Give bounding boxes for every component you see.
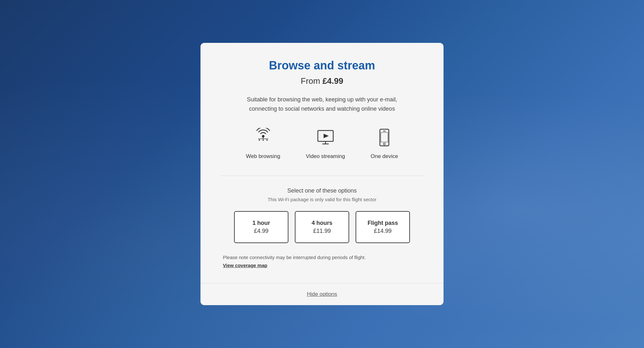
feature-video-streaming: Video streaming: [306, 126, 345, 160]
svg-point-3: [266, 139, 268, 141]
web-browsing-icon: [252, 126, 274, 149]
feature-web-browsing: Web browsing: [246, 126, 280, 160]
video-streaming-label: Video streaming: [306, 153, 345, 160]
coverage-map-link[interactable]: View coverage map: [223, 263, 267, 268]
select-subtitle: This Wi-Fi package is only valid for thi…: [268, 197, 376, 202]
modal-description: Suitable for browsing the web, keeping u…: [232, 95, 412, 114]
option-4hours-duration: 4 hours: [311, 220, 332, 226]
note-section: Please note connectivity may be interrup…: [220, 255, 424, 280]
browse-stream-modal: Browse and stream From £4.99 Suitable fo…: [200, 43, 444, 305]
hide-options-button[interactable]: Hide options: [307, 291, 337, 297]
modal-title: Browse and stream: [269, 59, 375, 72]
option-flight-pass-price: £14.99: [374, 228, 391, 234]
svg-point-1: [259, 139, 260, 141]
option-flight-pass[interactable]: Flight pass £14.99: [356, 211, 410, 243]
options-row: 1 hour £4.99 4 hours £11.99 Flight pass …: [234, 211, 410, 243]
option-4hours[interactable]: 4 hours £11.99: [295, 211, 349, 243]
web-browsing-label: Web browsing: [246, 153, 280, 160]
price-prefix: From: [301, 76, 323, 86]
svg-point-0: [262, 135, 264, 138]
modal-price: From £4.99: [301, 76, 343, 86]
option-1hour-price: £4.99: [254, 228, 268, 234]
connectivity-note: Please note connectivity may be interrup…: [223, 255, 421, 260]
option-4hours-price: £11.99: [313, 228, 331, 234]
one-device-icon: [373, 126, 396, 149]
features-row: Web browsing Video streaming: [246, 126, 398, 160]
modal-footer: Hide options: [200, 283, 444, 305]
option-1hour-duration: 1 hour: [252, 220, 270, 226]
svg-rect-10: [380, 129, 389, 146]
select-title: Select one of these options: [287, 187, 357, 194]
svg-point-2: [263, 139, 264, 141]
option-flight-pass-duration: Flight pass: [367, 220, 398, 226]
feature-one-device: One device: [371, 126, 398, 160]
one-device-label: One device: [371, 153, 398, 160]
price-value: £4.99: [322, 76, 343, 86]
svg-rect-13: [381, 132, 388, 142]
svg-marker-7: [324, 134, 329, 138]
svg-point-11: [383, 143, 385, 145]
video-streaming-icon: [314, 126, 337, 149]
option-1hour[interactable]: 1 hour £4.99: [234, 211, 288, 243]
divider: [220, 176, 424, 176]
